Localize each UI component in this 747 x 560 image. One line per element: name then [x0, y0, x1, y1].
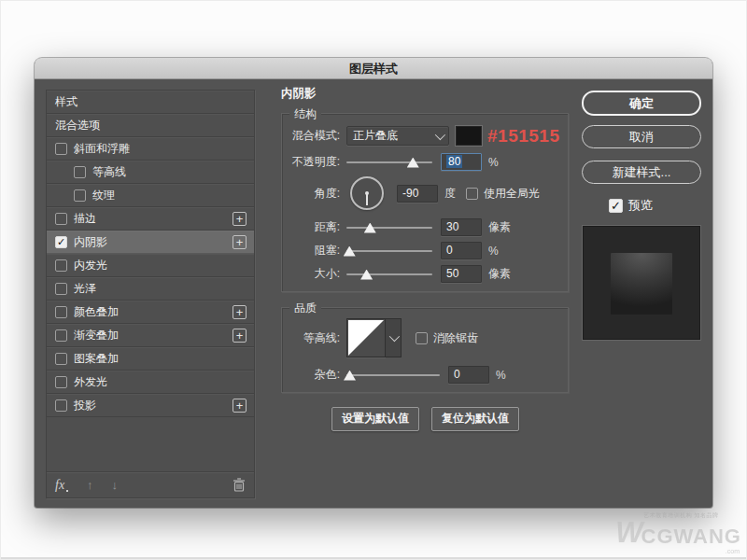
sidebar-item[interactable]: 颜色叠加+: [47, 301, 254, 324]
global-light-label: 使用全局光: [484, 186, 540, 202]
chevron-down-icon: [389, 331, 400, 342]
preview-label: 预览: [628, 197, 653, 214]
effect-checkbox[interactable]: [55, 213, 67, 225]
sidebar-item-label: 斜面和浮雕: [74, 141, 130, 157]
sidebar-item[interactable]: 样式: [47, 91, 254, 114]
opacity-row: 不透明度: 80 %: [286, 153, 568, 171]
blend-mode-label: 混合模式:: [286, 128, 340, 144]
noise-slider-track[interactable]: [346, 374, 440, 376]
choke-row: 阻塞: 0 %: [286, 242, 568, 259]
sidebar-item[interactable]: 图案叠加: [47, 347, 254, 371]
distance-value: 30: [446, 220, 458, 233]
set-default-button[interactable]: 设置为默认值: [331, 407, 419, 431]
angle-dial[interactable]: [350, 176, 384, 210]
choke-slider[interactable]: [346, 244, 432, 259]
effect-checkbox[interactable]: [55, 376, 67, 388]
opacity-slider[interactable]: [346, 155, 432, 170]
cancel-button[interactable]: 取消: [582, 125, 701, 148]
effect-settings-panel: 内阴影 结构 混合模式: 正片叠底 #151515 不透明度:: [270, 82, 582, 431]
choke-field[interactable]: 0: [441, 242, 482, 259]
effect-checkbox[interactable]: [55, 236, 67, 248]
sidebar-item[interactable]: 混合选项: [47, 114, 254, 137]
add-effect-plus-button[interactable]: +: [233, 329, 247, 343]
contour-thumbnail[interactable]: [346, 318, 386, 357]
effect-checkbox[interactable]: [55, 306, 67, 318]
dialog-titlebar[interactable]: 图层样式: [35, 58, 712, 79]
sidebar-item[interactable]: 内发光: [47, 254, 254, 277]
sidebar-item-label: 颜色叠加: [74, 304, 119, 320]
new-style-button[interactable]: 新建样式...: [582, 161, 701, 184]
preview-checkbox[interactable]: [609, 199, 623, 213]
fx-icon[interactable]: fx: [55, 478, 64, 493]
choke-slider-track[interactable]: [346, 250, 432, 252]
effect-checkbox[interactable]: [74, 166, 86, 178]
watermark-suffix: .com: [615, 548, 740, 554]
distance-slider-track[interactable]: [346, 227, 432, 229]
opacity-field[interactable]: 80: [441, 153, 482, 171]
size-row: 大小: 50 像素: [286, 265, 568, 283]
shadow-color-swatch[interactable]: [455, 125, 483, 147]
quality-group: 品质 等高线: 消除锯齿 杂色: 0: [281, 307, 569, 393]
distance-slider[interactable]: [346, 220, 432, 235]
trash-icon[interactable]: [233, 478, 246, 492]
contour-picker[interactable]: [346, 318, 402, 357]
sidebar-item-label: 描边: [74, 211, 96, 227]
noise-field[interactable]: 0: [448, 366, 489, 384]
blend-mode-dropdown[interactable]: 正片叠底: [346, 126, 449, 146]
sidebar-item[interactable]: 光泽: [47, 277, 254, 301]
sidebar-item[interactable]: 等高线: [47, 161, 254, 184]
effect-checkbox[interactable]: [55, 353, 67, 365]
blend-mode-value: 正片叠底: [353, 128, 398, 144]
layer-style-dialog: 图层样式 样式混合选项斜面和浮雕等高线纹理描边+内阴影+内发光光泽颜色叠加+渐变…: [35, 58, 712, 508]
defaults-row: 设置为默认值 复位为默认值: [331, 407, 582, 431]
sidebar-item-label: 内发光: [74, 258, 107, 273]
distance-label: 距离:: [286, 219, 340, 235]
antialias-checkbox[interactable]: [416, 332, 428, 344]
sidebar-item[interactable]: 斜面和浮雕: [47, 137, 254, 161]
effect-checkbox[interactable]: [55, 143, 67, 155]
ok-button[interactable]: 确定: [582, 91, 701, 116]
sidebar-item[interactable]: 描边+: [47, 207, 254, 231]
size-slider-track[interactable]: [346, 273, 432, 275]
watermark: 艺术教育培训机构 知名品牌 W CGWANG .com: [615, 512, 741, 554]
effect-checkbox[interactable]: [55, 329, 67, 342]
sidebar-item[interactable]: 内阴影+: [47, 231, 254, 254]
add-effect-plus-button[interactable]: +: [233, 305, 247, 319]
watermark-brand: CGWANG: [641, 526, 741, 547]
sidebar-item-label: 图案叠加: [74, 351, 119, 367]
effect-checkbox[interactable]: [55, 399, 67, 412]
add-effect-plus-button[interactable]: +: [233, 212, 247, 226]
effect-checkbox[interactable]: [55, 259, 67, 272]
sidebar-item-label: 纹理: [92, 188, 115, 203]
move-down-icon[interactable]: ↓: [112, 478, 119, 492]
sidebar-item-label: 内阴影: [74, 234, 107, 250]
move-up-icon[interactable]: ↑: [87, 478, 93, 492]
sidebar-item-label: 样式: [55, 94, 78, 110]
size-slider[interactable]: [346, 267, 432, 282]
opacity-unit: %: [488, 156, 499, 169]
sidebar-item-label: 等高线: [92, 164, 126, 180]
preview-toggle-row: 预览: [609, 197, 701, 214]
reset-default-button[interactable]: 复位为默认值: [431, 407, 519, 431]
effect-checkbox[interactable]: [74, 189, 86, 202]
opacity-label: 不透明度:: [286, 154, 340, 170]
add-effect-plus-button[interactable]: +: [233, 399, 247, 413]
contour-dropdown[interactable]: [386, 318, 402, 357]
add-effect-plus-button[interactable]: +: [233, 235, 247, 249]
angle-field[interactable]: -90: [397, 185, 438, 203]
sidebar-item[interactable]: 纹理: [47, 184, 254, 207]
quality-legend: 品质: [289, 301, 321, 316]
angle-unit: 度: [444, 186, 456, 202]
angle-dial-center: [365, 191, 369, 195]
noise-row: 杂色: 0 %: [286, 366, 568, 384]
effect-checkbox[interactable]: [55, 283, 67, 295]
size-field[interactable]: 50: [441, 265, 482, 283]
distance-field[interactable]: 30: [441, 218, 482, 236]
sidebar-item[interactable]: 外发光: [47, 371, 254, 394]
sidebar-item[interactable]: 投影+: [47, 394, 254, 417]
noise-slider[interactable]: [346, 368, 440, 383]
sidebar-item[interactable]: 渐变叠加+: [47, 324, 254, 347]
global-light-checkbox[interactable]: [466, 188, 478, 200]
opacity-slider-track[interactable]: [346, 161, 432, 163]
noise-label: 杂色:: [286, 367, 340, 383]
